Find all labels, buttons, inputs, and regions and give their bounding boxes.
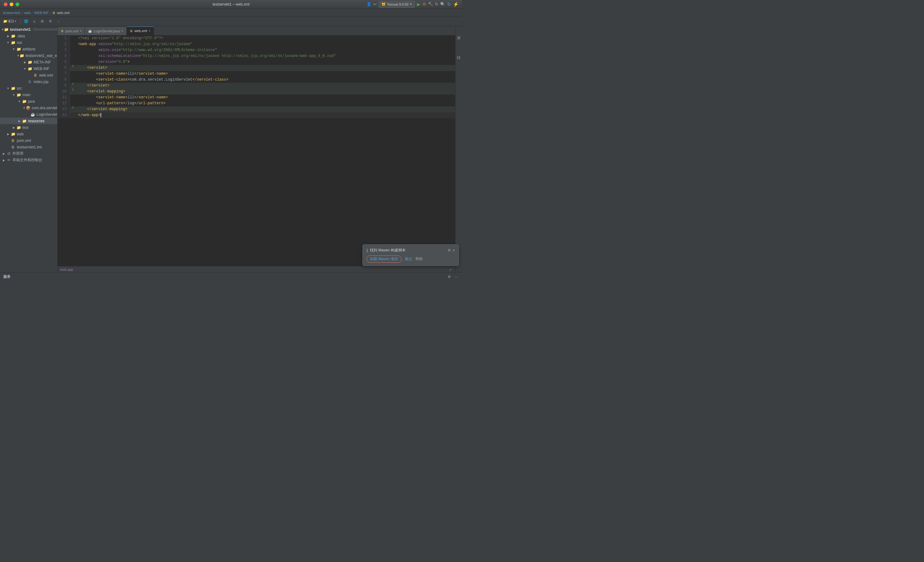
- servlet-package-folder[interactable]: ▼ 📦 com.dra.servlet: [0, 105, 57, 111]
- src-folder[interactable]: ▼ 📁 src: [0, 85, 57, 91]
- java-folder[interactable]: ▼ 📁 java: [0, 98, 57, 105]
- breadcrumb-item-web[interactable]: web: [24, 11, 30, 15]
- close-button[interactable]: [4, 3, 8, 6]
- drafts-arrow: ▶: [1, 159, 6, 162]
- more-button[interactable]: ⚡: [453, 1, 459, 7]
- java-arrow: ▼: [17, 100, 22, 103]
- loginservlet-file[interactable]: ▶ ☕ LoginServlet: [0, 111, 57, 118]
- bottom-panel: 服务 ⚙ − ▶ ≡ ⊞ ▼ 📋 + ■ ▼ 🐱 Tomcat 服务器: [0, 272, 462, 281]
- resources-folder[interactable]: ▶ 📁 resources: [0, 118, 57, 124]
- right-tab-jie[interactable]: 结: [456, 47, 462, 59]
- tab-loginservlet[interactable]: ☕ LoginServlet.java ×: [85, 27, 126, 35]
- update-button[interactable]: ↻: [435, 2, 438, 6]
- search-button[interactable]: 🔍: [440, 2, 445, 6]
- ext-label: 外部库: [12, 151, 24, 156]
- maven-load-btn[interactable]: 加载 Maven 项目: [366, 255, 402, 263]
- settings-gear-btn[interactable]: ⚙: [47, 18, 54, 25]
- tab-webxml[interactable]: 🗎 web.xml ×: [127, 27, 154, 35]
- idea-folder[interactable]: ▶ 📁 .idea: [0, 33, 57, 39]
- index-label: index.jsp: [34, 79, 48, 84]
- maven-settings-icon[interactable]: ⚙: [448, 248, 451, 252]
- line-num-2: 2: [58, 41, 70, 47]
- refresh-button[interactable]: ↻: [447, 1, 451, 7]
- code-line-7: 7 <servlet-name>lll</servlet-name>: [58, 71, 455, 77]
- tomcat-config-btn[interactable]: 🐱 Tomcat 9.0.50 ▼: [379, 1, 415, 8]
- window-controls[interactable]: [4, 3, 19, 6]
- code-content-7: <servlet-name>lll</servlet-name>: [76, 71, 455, 77]
- close-panel-btn[interactable]: −: [55, 18, 62, 25]
- pom-xml-tab-close[interactable]: ×: [80, 29, 82, 33]
- project-chevron: ▼: [14, 20, 17, 23]
- iml-file[interactable]: ▶ 🗎 testservlet1.iml: [0, 144, 57, 150]
- main-folder[interactable]: ▼ 📁 main: [0, 91, 57, 98]
- breadcrumb-item-project[interactable]: testservlet1: [3, 11, 21, 15]
- external-libs-folder[interactable]: ▶ ⊡ 外部库: [0, 150, 57, 157]
- panel-close-icon[interactable]: −: [453, 274, 459, 280]
- index-jsp-file[interactable]: ▶ 🗎 index.jsp: [0, 78, 57, 85]
- breadcrumb-sep1: ›: [22, 11, 23, 15]
- breadcrumb-item-webinf[interactable]: WEB-INF: [34, 11, 49, 15]
- collapse-btn[interactable]: ≡: [31, 18, 38, 25]
- run-button[interactable]: ▶: [417, 1, 421, 7]
- minimize-button[interactable]: [10, 3, 14, 6]
- code-content-8: <servlet-class>com.dra.servlet.LoginServ…: [76, 77, 455, 83]
- right-toolbar: 用 结: [455, 26, 462, 272]
- panel-settings-icon[interactable]: ⚙: [446, 274, 452, 280]
- code-line-8: 8 <servlet-class>com.dra.servlet.LoginSe…: [58, 77, 455, 83]
- pom-xml-tab-label: pom.xml: [65, 29, 78, 33]
- index-icon: 🗎: [27, 79, 32, 84]
- loginservlet-tab-close[interactable]: ×: [122, 29, 123, 33]
- webinf-folder[interactable]: ▼ 📁 WEB-INF: [0, 65, 57, 72]
- root-label: testservlet1: [10, 27, 31, 32]
- webxml-file[interactable]: ▶ 🗎 web.xml: [0, 72, 57, 78]
- line-num-12: 12: [58, 100, 70, 106]
- webxml-tab-close[interactable]: ×: [148, 29, 150, 33]
- expand-btn[interactable]: ⊞: [39, 18, 46, 25]
- pom-xml-file[interactable]: ▶ 🗎 pom.xml: [0, 137, 57, 144]
- out-icon: 📁: [10, 40, 16, 45]
- servlet-label: com.dra.servlet: [32, 106, 57, 110]
- drafts-label: 草稿文件和控制台: [12, 157, 42, 163]
- maven-notification-title: 找到 Maven 构建脚本: [370, 248, 406, 253]
- drafts-icon: ✏: [6, 158, 11, 162]
- maven-close-icon[interactable]: ×: [453, 248, 455, 253]
- war-exploded-folder[interactable]: ▼ 📁 testservlet1_war_exploded: [0, 52, 57, 59]
- code-line-13: 13 </servlet-mapping>: [58, 106, 455, 112]
- tree-root[interactable]: ▼ 📁 testservlet1 ~/Documents/workspace/j…: [0, 26, 57, 33]
- line-num-14: 14: [58, 112, 70, 118]
- tab-pom-xml[interactable]: 🗎 pom.xml ×: [58, 27, 85, 35]
- code-content-14: </web-app>: [76, 112, 455, 118]
- editor-breadcrumb: web-app: [60, 268, 73, 271]
- user-icon[interactable]: 👤: [366, 2, 371, 6]
- build-button[interactable]: 🔨: [428, 2, 433, 6]
- line-num-8: 8: [58, 77, 70, 83]
- root-folder-icon: 📁: [4, 27, 9, 32]
- line-num-6: 6: [58, 65, 70, 71]
- artifacts-folder[interactable]: ▼ 📁 artifacts: [0, 46, 57, 52]
- project-view-btn[interactable]: 📁 项目 ▼: [2, 18, 18, 25]
- webxml-tab-label: web.xml: [135, 29, 147, 33]
- vcs-icon[interactable]: ↩: [373, 2, 377, 6]
- maven-skip-btn[interactable]: 跳过: [405, 256, 412, 262]
- test-folder[interactable]: ▶ 📁 test: [0, 124, 57, 131]
- code-content-10: <servlet-mapping>: [76, 89, 455, 94]
- scope-btn[interactable]: 🌐: [23, 18, 30, 25]
- pom-icon: 🗎: [10, 138, 16, 143]
- maven-help-btn[interactable]: 帮助: [415, 256, 423, 262]
- web-folder[interactable]: ▶ 📁 web: [0, 131, 57, 137]
- maximize-button[interactable]: [16, 3, 19, 6]
- gutter-6: [70, 65, 76, 67]
- webxml-tab-icon: 🗎: [130, 29, 133, 33]
- debug-button[interactable]: ⚙: [423, 2, 426, 6]
- main-icon: 📁: [16, 93, 21, 97]
- webxml-label: web.xml: [39, 73, 53, 78]
- out-folder[interactable]: ▼ 📁 out: [0, 39, 57, 46]
- tomcat-icon: 🐱: [381, 2, 386, 6]
- maven-notification: ℹ 找到 Maven 构建脚本 ⚙ × 加载 Maven 项目 跳过 帮助: [362, 244, 459, 266]
- servlet-icon: 📦: [26, 106, 30, 110]
- artifacts-label: artifacts: [22, 47, 36, 51]
- drafts-folder[interactable]: ▶ ✏ 草稿文件和控制台: [0, 157, 57, 163]
- code-editor[interactable]: 1 <?xml version="1.0" encoding="UTF-8"?>…: [58, 36, 455, 266]
- right-tab-yong[interactable]: 用: [456, 27, 462, 40]
- meta-inf-folder[interactable]: ▶ 📁 META-INF: [0, 59, 57, 65]
